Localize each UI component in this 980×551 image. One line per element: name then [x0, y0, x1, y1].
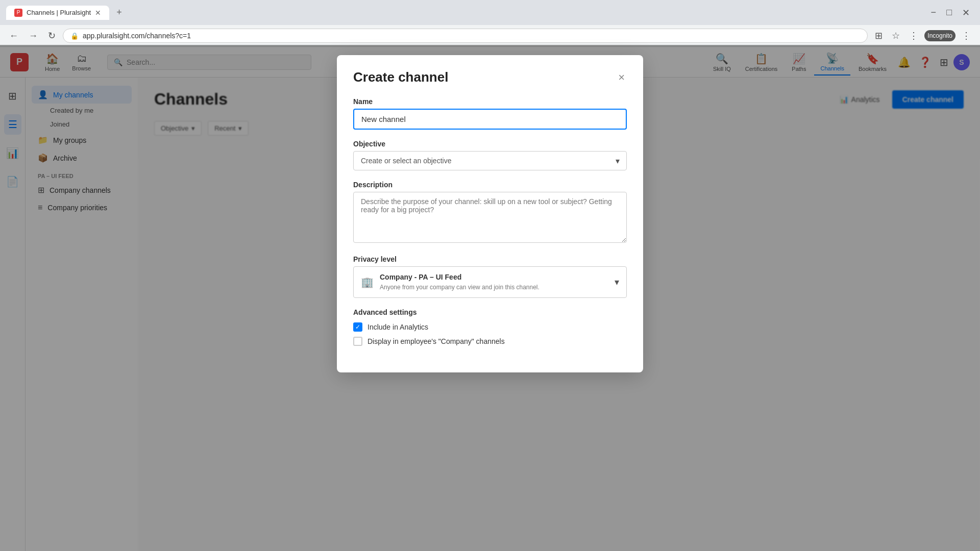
display-company-checkbox[interactable] — [353, 337, 362, 346]
objective-select-wrapper: Create or select an objective — [353, 151, 627, 170]
lock-icon: 🔒 — [70, 32, 79, 40]
refresh-button[interactable]: ↻ — [45, 28, 59, 43]
display-company-label: Display in employee's "Company" channels — [368, 337, 505, 345]
back-button[interactable]: ← — [6, 29, 21, 43]
url-text: app.pluralsight.com/channels?c=1 — [83, 32, 860, 40]
objective-form-group: Objective Create or select an objective — [353, 140, 627, 170]
description-form-group: Description — [353, 181, 627, 245]
include-analytics-label: Include in Analytics — [368, 323, 428, 331]
name-form-group: Name — [353, 97, 627, 130]
extensions-icon[interactable]: ⋮ — [906, 28, 921, 43]
advanced-settings-group: Advanced settings ✓ Include in Analytics… — [353, 308, 627, 346]
menu-icon[interactable]: ⋮ — [959, 28, 974, 43]
privacy-select[interactable]: 🏢 Company - PA – UI Feed Anyone from you… — [353, 266, 627, 298]
description-label: Description — [353, 181, 627, 189]
display-company-row: Display in employee's "Company" channels — [353, 337, 627, 346]
objective-label: Objective — [353, 140, 627, 148]
modal-overlay[interactable]: Create channel × Name Objective Create o… — [0, 45, 980, 551]
privacy-name: Company - PA – UI Feed — [380, 273, 608, 281]
forward-button[interactable]: → — [26, 29, 41, 43]
include-analytics-checkbox[interactable]: ✓ — [353, 322, 362, 332]
maximize-button[interactable]: □ — [942, 5, 956, 20]
modal-close-button[interactable]: × — [616, 70, 627, 85]
company-icon: 🏢 — [361, 276, 374, 288]
privacy-select-text: Company - PA – UI Feed Anyone from your … — [380, 273, 608, 291]
window-controls: − □ ✕ — [927, 5, 974, 20]
name-input[interactable] — [353, 109, 627, 130]
advanced-settings-label: Advanced settings — [353, 308, 627, 316]
modal-body: Name Objective Create or select an objec… — [337, 93, 643, 372]
incognito-label: Incognito — [924, 30, 955, 41]
modal-create-channel: Create channel × Name Objective Create o… — [337, 55, 643, 372]
modal-title: Create channel — [353, 69, 448, 85]
privacy-chevron-icon: ▾ — [615, 277, 619, 288]
tab-close-button[interactable]: ✕ — [95, 9, 101, 17]
toolbar-actions: ⊞ ☆ ⋮ Incognito ⋮ — [872, 28, 974, 43]
modal-header: Create channel × — [337, 55, 643, 93]
cast-icon[interactable]: ⊞ — [872, 28, 886, 43]
browser-tab[interactable]: P Channels | Pluralsight ✕ — [6, 6, 109, 20]
minimize-button[interactable]: − — [927, 5, 941, 20]
description-textarea[interactable] — [353, 192, 627, 243]
tab-title: Channels | Pluralsight — [27, 9, 91, 16]
name-label: Name — [353, 97, 627, 106]
include-analytics-row: ✓ Include in Analytics — [353, 322, 627, 332]
tab-favicon: P — [14, 9, 22, 17]
close-window-button[interactable]: ✕ — [958, 5, 974, 20]
privacy-description: Anyone from your company can view and jo… — [380, 284, 540, 291]
objective-select[interactable]: Create or select an objective — [353, 151, 627, 170]
new-tab-button[interactable]: + — [113, 4, 125, 21]
privacy-label: Privacy level — [353, 255, 627, 263]
bookmark-star-icon[interactable]: ☆ — [889, 28, 903, 43]
address-bar[interactable]: 🔒 app.pluralsight.com/channels?c=1 — [63, 29, 868, 43]
privacy-form-group: Privacy level 🏢 Company - PA – UI Feed A… — [353, 255, 627, 298]
